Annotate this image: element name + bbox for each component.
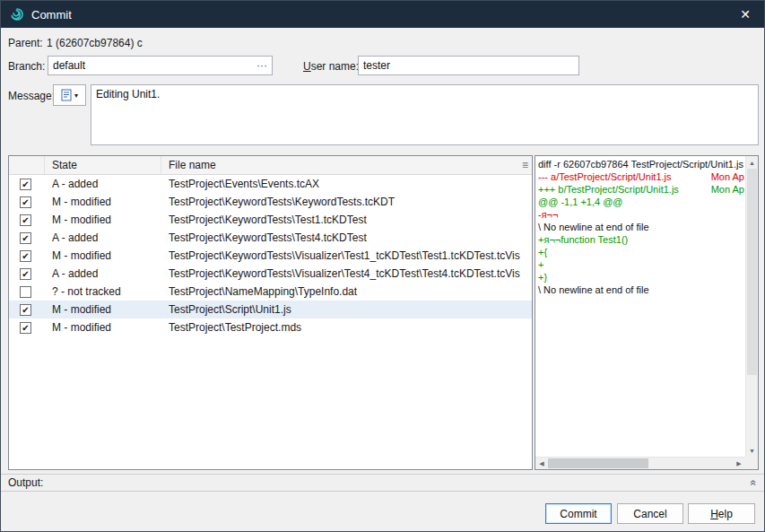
scrollbar-corner [745, 457, 758, 469]
row-state: M - modified [45, 249, 161, 262]
row-file: TestProject\KeywordTests\Visualizer\Test… [161, 249, 532, 262]
row-checkbox[interactable]: ✔ [20, 179, 31, 190]
row-checkbox[interactable]: ✔ [20, 196, 31, 208]
diff-line: @@ -1,1 +1,4 @@ [538, 196, 745, 208]
cancel-button[interactable]: Cancel [617, 503, 683, 524]
row-state: M - modified [45, 303, 161, 316]
row-checkbox[interactable]: ✔ [20, 322, 31, 334]
scroll-up-arrow-icon[interactable]: ▲ [746, 156, 758, 169]
row-file: TestProject\KeywordTests\Visualizer\Test… [161, 267, 532, 280]
commit-button[interactable]: Commit [545, 503, 612, 524]
diff-line: \ No newline at end of file [538, 221, 745, 233]
document-icon [61, 89, 72, 101]
table-row[interactable]: ✔M - modifiedTestProject\Script\Unit1.js [9, 301, 532, 318]
diff-line: \ No newline at end of file [538, 283, 745, 296]
row-file: TestProject\NameMapping\TypeInfo.dat [161, 285, 532, 298]
diff-line: diff -r 62607cb97864 TestProject/Script/… [538, 158, 745, 170]
user-name-field [358, 56, 579, 75]
row-file: TestProject\KeywordTests\Test1.tcKDTest [161, 214, 532, 226]
parent-value: 1 (62607cb97864) c [47, 37, 143, 49]
row-checkbox[interactable]: ✔ [20, 268, 31, 280]
file-table-body: ✔A - addedTestProject\Events\Events.tcAX… [9, 175, 532, 469]
row-checkbox[interactable]: ✔ [20, 232, 31, 244]
table-row[interactable]: ✔A - addedTestProject\KeywordTests\Visua… [9, 265, 532, 283]
output-label: Output: [8, 476, 43, 489]
vertical-scroll-thumb[interactable] [747, 169, 757, 375]
diff-line: + [538, 258, 745, 271]
row-file: TestProject\TestProject.mds [161, 321, 532, 334]
diff-line: -я¬¬ [538, 208, 745, 221]
row-checkbox[interactable]: ✔ [20, 304, 31, 316]
title-bar[interactable]: Commit ✕ [1, 1, 764, 28]
message-label: Message: [8, 90, 55, 102]
row-state: M - modified [45, 214, 161, 226]
diff-line: +++ b/TestProject/Script/Unit1.jsMon Ap [538, 183, 745, 196]
diff-line: --- a/TestProject/Script/Unit1.jsMon Ap [538, 170, 745, 183]
row-checkbox[interactable] [20, 286, 31, 298]
row-checkbox[interactable]: ✔ [20, 214, 31, 226]
row-file: TestProject\Events\Events.tcAX [161, 178, 532, 190]
table-row[interactable]: ✔M - modifiedTestProject\KeywordTests\Vi… [9, 247, 532, 265]
branch-browse-button[interactable]: ··· [253, 57, 271, 74]
user-name-label: User name: [303, 60, 359, 73]
filename-column-header[interactable]: File name [161, 156, 532, 174]
help-button[interactable]: Help [688, 503, 755, 524]
file-table: State File name ≡ ✔A - addedTestProject\… [8, 155, 533, 470]
diff-line: +я¬¬function Test1() [538, 233, 745, 246]
branch-input[interactable] [48, 56, 273, 75]
table-row[interactable]: ✔A - addedTestProject\KeywordTests\Test4… [9, 229, 532, 247]
row-file: TestProject\KeywordTests\Test4.tcKDTest [161, 231, 532, 244]
scroll-left-arrow-icon[interactable]: ◀ [535, 458, 548, 469]
chevron-down-icon: ▾ [74, 92, 78, 100]
parent-label: Parent: [8, 37, 43, 49]
table-row[interactable]: ✔M - modifiedTestProject\KeywordTests\Ke… [9, 193, 532, 211]
row-state: M - modified [45, 196, 161, 208]
diff-panel: diff -r 62607cb97864 TestProject/Script/… [535, 155, 759, 470]
table-row[interactable]: ? - not trackedTestProject\NameMapping\T… [9, 283, 532, 301]
file-table-header: State File name ≡ [9, 156, 532, 175]
column-options-icon[interactable]: ≡ [522, 158, 528, 172]
window-title: Commit [31, 8, 72, 22]
row-state: A - added [45, 231, 161, 244]
app-icon [10, 7, 24, 22]
row-state: A - added [45, 267, 161, 280]
branch-field: ··· [48, 56, 273, 75]
table-row[interactable]: ✔M - modifiedTestProject\TestProject.mds [9, 318, 532, 336]
row-state: M - modified [45, 321, 161, 334]
branch-label: Branch: [8, 60, 45, 73]
scroll-down-arrow-icon[interactable]: ▼ [746, 444, 758, 457]
scroll-right-arrow-icon[interactable]: ▶ [733, 458, 745, 469]
commit-message-textarea[interactable]: Editing Unit1. [91, 84, 759, 145]
diff-line: +{ [538, 246, 745, 258]
row-file: TestProject\KeywordTests\KeywordTests.tc… [161, 196, 532, 208]
row-checkbox[interactable]: ✔ [20, 250, 31, 262]
row-state: ? - not tracked [45, 285, 161, 298]
user-name-input[interactable] [358, 56, 579, 75]
table-row[interactable]: ✔A - addedTestProject\Events\Events.tcAX [9, 175, 532, 193]
diff-vertical-scrollbar[interactable]: ▲ ▼ [745, 156, 758, 457]
close-button[interactable]: ✕ [735, 7, 755, 22]
output-bar: Output: « [1, 474, 764, 492]
diff-line: +} [538, 271, 745, 283]
collapse-chevron-icon[interactable]: « [748, 480, 761, 486]
table-row[interactable]: ✔M - modifiedTestProject\KeywordTests\Te… [9, 211, 532, 229]
diff-horizontal-scrollbar[interactable]: ◀ ▶ [535, 457, 745, 469]
row-state: A - added [45, 178, 161, 190]
checkbox-column-header [9, 156, 45, 174]
message-template-button[interactable]: ▾ [53, 84, 86, 106]
state-column-header[interactable]: State [45, 156, 161, 174]
diff-content: diff -r 62607cb97864 TestProject/Script/… [535, 156, 745, 457]
row-file: TestProject\Script\Unit1.js [161, 303, 532, 316]
commit-dialog: Commit ✕ Parent: 1 (62607cb97864) c Bran… [0, 0, 765, 532]
horizontal-scroll-thumb[interactable] [548, 458, 648, 468]
